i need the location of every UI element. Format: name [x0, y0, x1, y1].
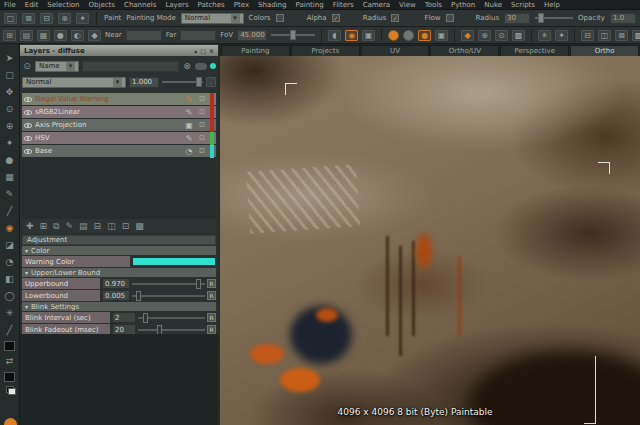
foreground-color-swatch[interactable]	[4, 341, 15, 351]
palette-close-icon[interactable]: ×	[209, 47, 214, 54]
blink-fadeout-slider[interactable]	[138, 329, 205, 331]
pivot-icon[interactable]: ◆	[88, 30, 101, 41]
palette-collapse-icon[interactable]: ▴	[194, 47, 197, 54]
layer-lock-icon[interactable]: ⊡	[197, 95, 207, 103]
filter-by-select[interactable]: Name ▾	[35, 61, 79, 72]
line-tool-icon[interactable]: ╱	[3, 324, 17, 337]
eraser-tool-icon[interactable]: ◪	[3, 239, 17, 252]
tab-uv[interactable]: UV	[361, 45, 430, 56]
mirror-xy-icon[interactable]: ▩	[512, 30, 525, 41]
flow-checkbox[interactable]	[446, 14, 454, 22]
warp-tool-icon[interactable]: ✦	[3, 137, 17, 150]
menu-python[interactable]: Python	[451, 1, 475, 9]
menu-filters[interactable]: Filters	[333, 1, 354, 9]
paint-tool-icon[interactable]: ◉	[3, 222, 17, 235]
colors-checkbox[interactable]	[276, 14, 284, 22]
image-icon[interactable]: ▤	[20, 30, 33, 41]
blink-fadeout-reset-button[interactable]: R	[207, 325, 216, 334]
blink-group-header[interactable]: ▾ Blink Settings	[22, 302, 216, 311]
upperbound-field[interactable]: 0.970	[102, 278, 130, 289]
layer-row[interactable]: HSV ✎ ⊡	[22, 132, 216, 145]
upperbound-reset-button[interactable]: R	[207, 279, 216, 288]
fov-slider[interactable]	[271, 34, 315, 36]
flat-sphere-icon[interactable]: ◐	[71, 30, 84, 41]
lowerbound-reset-button[interactable]: R	[207, 291, 216, 300]
pan-tool-icon[interactable]: ✥	[3, 86, 17, 99]
blink-interval-reset-button[interactable]: R	[207, 313, 216, 322]
far-field[interactable]	[180, 30, 216, 41]
bake-behavior-icon[interactable]: ◫	[598, 30, 611, 41]
buffer-settings-icon[interactable]: ▩	[632, 30, 640, 41]
smudge-tool-icon[interactable]: ◯	[3, 290, 17, 303]
radius-slider-knob[interactable]	[538, 13, 544, 23]
filter-toggle[interactable]	[195, 63, 207, 70]
layer-amount-slider[interactable]	[162, 81, 203, 83]
mirror-off-icon[interactable]: ◆	[461, 30, 474, 41]
menu-nuke[interactable]: Nuke	[484, 1, 502, 9]
bake-icon[interactable]: ⊟	[581, 30, 594, 41]
save-project-icon[interactable]: ⊟	[40, 13, 53, 24]
layer-lock-icon[interactable]: ⊡	[197, 121, 207, 129]
paint-through-icon[interactable]	[403, 30, 414, 41]
share-layer-icon[interactable]: ⊡	[122, 221, 130, 231]
layer-filter-input[interactable]	[82, 61, 179, 72]
node-plug-icon[interactable]: ⊕	[58, 13, 71, 24]
add-layer-icon[interactable]: ✚	[26, 221, 34, 231]
select-tool-icon[interactable]: ➤	[3, 52, 17, 65]
blink-fadeout-knob[interactable]	[157, 325, 162, 335]
gradient-tool-icon[interactable]: ◧	[3, 273, 17, 286]
new-project-icon[interactable]: ▢	[4, 13, 17, 24]
layers-palette-titlebar[interactable]: Layers - diffuse ▴ ▢ ×	[20, 45, 218, 56]
menu-tools[interactable]: Tools	[425, 1, 442, 9]
menu-shading[interactable]: Shading	[258, 1, 286, 9]
radius-slider[interactable]	[535, 17, 573, 19]
lowerbound-slider[interactable]	[132, 295, 205, 297]
clone-stamp-tool-icon[interactable]: ✎	[3, 188, 17, 201]
adjustment-header[interactable]: Adjustment	[22, 235, 216, 245]
remove-layer-icon[interactable]: ▩	[135, 221, 144, 231]
group-layers-icon[interactable]: ◫	[107, 221, 116, 231]
menu-edit[interactable]: Edit	[25, 1, 39, 9]
add-layer-mask-icon[interactable]: ⊞	[40, 221, 48, 231]
blink-interval-field[interactable]: 2	[112, 312, 136, 323]
menu-selection[interactable]: Selection	[47, 1, 79, 9]
reset-colors-swatch[interactable]	[6, 386, 14, 393]
menu-scripts[interactable]: Scripts	[511, 1, 535, 9]
painting-mode-select[interactable]: Normal ▾	[181, 13, 244, 24]
visibility-eye-icon[interactable]	[24, 97, 32, 102]
near-field[interactable]	[126, 30, 162, 41]
opacity-field[interactable]: 1.0	[610, 13, 636, 24]
mirror-x-icon[interactable]: ⊕	[478, 30, 491, 41]
visibility-eye-icon[interactable]	[24, 123, 32, 128]
lighting-basic-icon[interactable]: ◉	[345, 30, 358, 41]
blink-interval-slider[interactable]	[138, 317, 205, 319]
bounds-group-header[interactable]: ▾ Upper/Lower Bound	[22, 268, 216, 277]
layer-lock-icon[interactable]: ⊡	[197, 108, 207, 116]
spray-icon[interactable]: ✳	[538, 30, 551, 41]
duplicate-layer-icon[interactable]: ⧉	[53, 221, 59, 232]
projection-box-icon[interactable]: ▣	[435, 30, 448, 41]
amount-reset-icon[interactable]: ◦	[206, 77, 216, 87]
warning-color-swatch[interactable]	[132, 257, 216, 266]
fov-field[interactable]: 45.000	[237, 30, 267, 41]
wireframe-icon[interactable]: ⊞	[3, 30, 16, 41]
mirror-y-icon[interactable]: ⊙	[495, 30, 508, 41]
menu-file[interactable]: File	[4, 1, 16, 9]
clear-filter-icon[interactable]: ⊗	[182, 60, 192, 73]
layer-amount-field[interactable]: 1.000	[129, 77, 159, 88]
transform-tool-icon[interactable]: ⊕	[3, 120, 17, 133]
menu-painting[interactable]: Painting	[295, 1, 323, 9]
zoom-tool-icon[interactable]: ⊙	[3, 103, 17, 116]
shadow-sphere-icon[interactable]: ●	[418, 30, 431, 41]
tab-painting[interactable]: Painting	[221, 45, 290, 56]
eyedropper-tool-icon[interactable]: ╱	[3, 205, 17, 218]
spray-edit-icon[interactable]: ✦	[555, 30, 568, 41]
layer-row[interactable]: Base ◔ ⊡	[22, 145, 216, 158]
lowerbound-knob[interactable]	[136, 291, 141, 301]
clear-buffer-icon[interactable]: ⊠	[615, 30, 628, 41]
radius-field[interactable]: 30	[504, 13, 530, 24]
gesture-icon[interactable]: ✦	[76, 13, 89, 24]
menu-help[interactable]: Help	[544, 1, 560, 9]
tab-perspective[interactable]: Perspective	[500, 45, 569, 56]
swap-colors-icon[interactable]: ⇄	[3, 355, 17, 368]
